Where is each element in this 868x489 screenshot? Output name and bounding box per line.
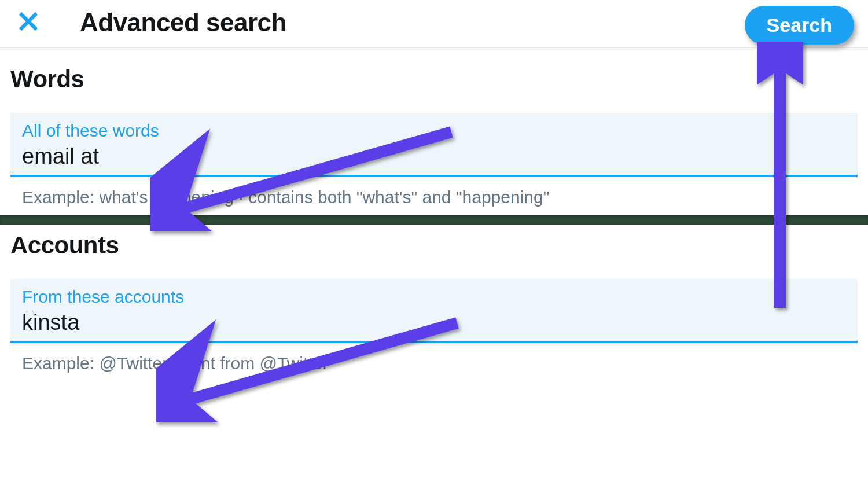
all-words-input[interactable] — [22, 143, 846, 171]
all-words-label: All of these words — [22, 121, 846, 141]
from-accounts-field-container: From these accounts — [10, 279, 858, 343]
page-title: Advanced search — [80, 8, 286, 37]
words-section-title: Words — [0, 48, 868, 100]
accounts-section-title: Accounts — [0, 225, 868, 266]
from-accounts-input[interactable] — [22, 309, 846, 337]
close-icon[interactable] — [16, 9, 41, 36]
from-accounts-label: From these accounts — [22, 287, 846, 307]
section-divider — [0, 215, 868, 225]
accounts-example-text: Example: @Twitter · sent from @Twitter — [0, 343, 868, 381]
all-words-field-container: All of these words — [10, 113, 858, 177]
words-example-text: Example: what's happening · contains bot… — [0, 177, 868, 215]
words-section: Words All of these words Example: what's… — [0, 48, 868, 215]
search-button[interactable]: Search — [745, 6, 854, 45]
modal-header: Advanced search Search — [0, 0, 868, 48]
accounts-section: Accounts From these accounts Example: @T… — [0, 225, 868, 381]
